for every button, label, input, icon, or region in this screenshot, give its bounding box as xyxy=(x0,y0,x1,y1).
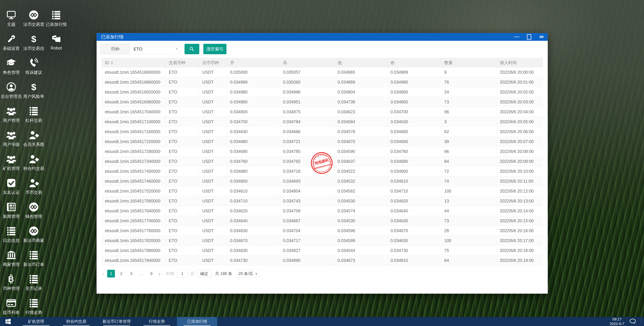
page-unit-label: 页 xyxy=(190,271,194,276)
per-page-select[interactable]: 20 条/页 ∨ xyxy=(236,270,260,277)
minimize-button[interactable]: — xyxy=(510,33,523,41)
desktop-shortcut[interactable]: 法币交易需 xyxy=(22,8,45,31)
table-cell: USDT xyxy=(199,226,227,236)
desktop-shortcut[interactable]: 行情走势 xyxy=(22,295,45,319)
table-cell: 0.034710 xyxy=(227,196,280,206)
desktop-shortcut[interactable]: 投诉建议 xyxy=(22,55,45,79)
taskbar-item[interactable]: 已添加行情 xyxy=(177,317,217,326)
close-button[interactable]: ∞ xyxy=(535,33,548,41)
table-row[interactable]: etousdt.1min.1654517160000ETOUSDT0.03463… xyxy=(102,127,543,137)
table-cell: USDT xyxy=(199,216,227,226)
taskbar-item[interactable]: 矿机管理 xyxy=(16,317,56,326)
column-header-8[interactable]: 插入时间 xyxy=(497,58,542,67)
desktop-shortcut[interactable]: 钱包管理 xyxy=(22,199,45,223)
next-page-chevron[interactable]: › xyxy=(158,270,160,277)
table-row[interactable]: etousdt.1min.1654517040000ETOUSDT0.03480… xyxy=(102,107,543,117)
desktop-icon-row: 后台管理员$用户风险率 xyxy=(0,79,68,103)
taskbar-item[interactable]: 新法币订单管理 xyxy=(96,317,137,326)
desktop-shortcut[interactable]: 用户等级 xyxy=(0,127,22,151)
table-row[interactable]: etousdt.1min.1654516860000ETOUSDT0.03498… xyxy=(102,77,543,87)
column-header-3[interactable]: 开 xyxy=(227,58,280,67)
desktop-shortcut[interactable]: 会员关系图 xyxy=(22,127,45,151)
taskbar-item[interactable]: 行情走势 xyxy=(137,317,177,326)
desktop-shortcut[interactable]: 新闻管理 xyxy=(0,199,22,223)
desktop-shortcut[interactable]: 日志信息 xyxy=(0,223,22,247)
desktop-shortcut[interactable]: 新法币商家 xyxy=(22,223,45,247)
column-header-id[interactable]: ID xyxy=(102,58,166,67)
page-number-button[interactable]: 2 xyxy=(117,270,125,277)
desktop-shortcut[interactable]: 实名认证 xyxy=(0,175,22,199)
column-header-2[interactable]: 法币币种 xyxy=(199,58,227,67)
table-row[interactable]: etousdt.1min.1654517580000ETOUSDT0.03471… xyxy=(102,196,543,206)
table-cell: 2022/6/6 20:00:00 xyxy=(497,67,542,77)
table-cell: 100 xyxy=(441,236,497,246)
column-header-7[interactable]: 数量 xyxy=(441,58,497,67)
table-cell: 0.034800 xyxy=(227,107,280,117)
start-button[interactable] xyxy=(0,317,16,326)
desktop-shortcut[interactable]: 矿机管理 xyxy=(0,151,22,175)
clear-index-button[interactable]: 清空索引 xyxy=(203,44,226,54)
desktop-shortcut[interactable]: 基础设置 xyxy=(0,31,22,55)
desktop-shortcut[interactable]: 币币交易 xyxy=(22,175,45,199)
table-row[interactable]: etousdt.1min.1654517520000ETOUSDT0.03461… xyxy=(102,186,543,196)
goto-page-input[interactable] xyxy=(176,270,188,277)
desktop-shortcut[interactable]: 用户管理 xyxy=(0,103,22,127)
desktop-shortcut[interactable]: Robot xyxy=(45,31,68,55)
hand-scissors-icon xyxy=(51,34,62,44)
table-row[interactable]: etousdt.1min.1654516920000ETOUSDT0.03498… xyxy=(102,87,543,97)
desktop-shortcut[interactable]: 秒合约交易 xyxy=(22,151,45,175)
table-row[interactable]: etousdt.1min.1654517460000ETOUSDT0.03460… xyxy=(102,176,543,186)
desktop-shortcut[interactable]: $用户风险率 xyxy=(22,79,45,103)
confirm-button[interactable]: 确定 xyxy=(197,270,212,277)
column-header-5[interactable]: 低 xyxy=(334,58,387,67)
desktop-shortcut[interactable]: 商家管理 xyxy=(0,247,22,271)
desktop-shortcut[interactable]: 主题 xyxy=(0,8,22,31)
page-number-button[interactable]: 3 xyxy=(127,270,135,277)
user-plus-icon xyxy=(28,178,39,188)
window-titlebar[interactable]: 已添加行情 — ∞ xyxy=(97,33,548,41)
taskbar-item[interactable]: 秒合约交易 xyxy=(56,317,96,326)
desktop-shortcut[interactable]: $法币交易信 xyxy=(22,31,45,55)
chat-bubble-button[interactable] xyxy=(629,317,637,326)
user-plus-icon xyxy=(28,130,39,140)
table-cell: 39 xyxy=(441,137,497,147)
desktop-shortcut[interactable]: 后台管理员 xyxy=(0,79,22,103)
column-header-1[interactable]: 交易币种 xyxy=(166,58,199,67)
prev-page-chevron[interactable]: ‹ xyxy=(102,270,104,277)
table-row[interactable]: etousdt.1min.1654517700000ETOUSDT0.03464… xyxy=(102,216,543,226)
page-number-button[interactable]: 1 xyxy=(107,270,115,277)
coin-select[interactable]: ETO ▼ xyxy=(130,44,181,54)
desktop-shortcut[interactable]: 提币列表 xyxy=(0,295,22,319)
table-cell: etousdt.1min.1654516980000 xyxy=(102,97,166,107)
table-row[interactable]: etousdt.1min.1654516800000ETOUSDT0.03500… xyxy=(102,67,543,77)
desktop-shortcut[interactable]: 角色管理 xyxy=(0,55,22,79)
taskbar-clock[interactable]: 09:17 2022-6-7 xyxy=(610,317,624,326)
column-header-4[interactable]: 高 xyxy=(280,58,334,67)
table-row[interactable]: etousdt.1min.1654517880000ETOUSDT0.03463… xyxy=(102,246,543,255)
table-cell: 9 xyxy=(441,67,497,77)
show-desktop-strip[interactable] xyxy=(641,317,644,326)
table-cell: 73 xyxy=(441,97,497,107)
table-cell: 44 xyxy=(441,206,497,216)
search-button[interactable] xyxy=(184,44,199,54)
sort-arrows-icon[interactable] xyxy=(111,61,113,65)
desktop-shortcut[interactable]: 新法币订单 xyxy=(22,247,45,271)
table-row[interactable]: etousdt.1min.1654517940000ETOUSDT0.03473… xyxy=(102,255,543,265)
wrench-icon xyxy=(6,34,16,44)
page-number-button[interactable]: 9 xyxy=(148,270,155,277)
desktop-shortcut-label: 充币记录 xyxy=(25,286,42,291)
desktop-shortcut[interactable]: 充币记录 xyxy=(22,271,45,295)
desktop-shortcut[interactable]: B币种管理 xyxy=(0,271,22,295)
table-row[interactable]: etousdt.1min.1654517100000ETOUSDT0.03470… xyxy=(102,117,543,127)
table-cell: 0.034730 xyxy=(387,246,441,255)
column-header-6[interactable]: 收 xyxy=(387,58,441,67)
table-row[interactable]: etousdt.1min.1654517220000ETOUSDT0.03468… xyxy=(102,137,543,147)
table-row[interactable]: etousdt.1min.1654516980000ETOUSDT0.03489… xyxy=(102,97,543,107)
table-row[interactable]: etousdt.1min.1654517820000ETOUSDT0.03467… xyxy=(102,236,543,246)
maximize-button[interactable] xyxy=(523,33,535,41)
desktop-shortcut[interactable]: 已添加行情 xyxy=(45,8,68,31)
table-row[interactable]: etousdt.1min.1654517640000ETOUSDT0.03462… xyxy=(102,206,543,216)
desktop-shortcut[interactable]: 杠杆交易 xyxy=(22,103,45,127)
table-cell: 0.034667 xyxy=(280,216,334,226)
table-row[interactable]: etousdt.1min.1654517760000ETOUSDT0.03463… xyxy=(102,226,543,236)
